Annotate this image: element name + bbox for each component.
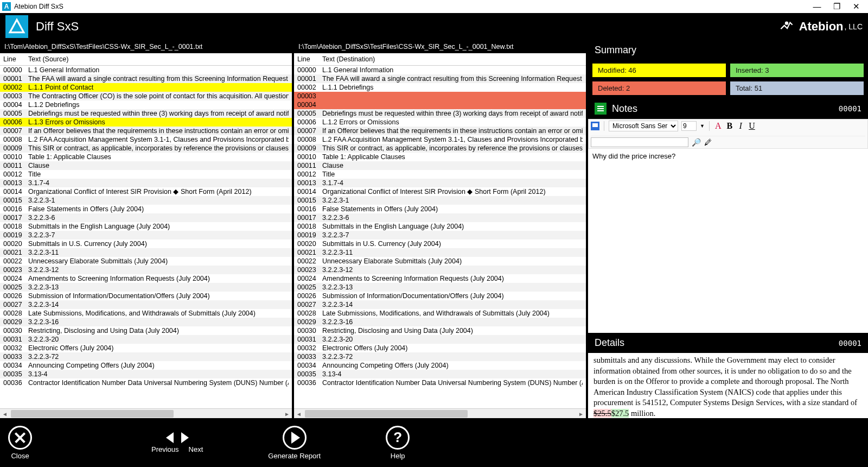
diff-row[interactable]: 00009This SIR or contract, as applicable… [0,144,292,153]
diff-row[interactable]: 000173.2.2.3-6 [0,213,292,222]
col-header-line[interactable]: Line [297,55,322,63]
diff-row[interactable]: 00026Submission of Information/Documenta… [294,292,586,300]
diff-row[interactable]: 00022Unnecessary Elaborate Submittals (J… [0,257,292,266]
italic-button[interactable]: I [737,121,744,131]
diff-row[interactable]: 000313.2.2.3-20 [0,335,292,344]
diff-row[interactable]: 00016False Statements in Offers (July 20… [0,205,292,213]
diff-row[interactable]: 00003 [294,92,586,100]
badge-deleted[interactable]: Deleted: 2 [592,81,726,95]
diff-row[interactable]: 000313.2.2.3-20 [294,335,586,344]
diff-row[interactable]: 00012Title [0,170,292,179]
diff-row[interactable]: 000293.2.2.3-16 [0,318,292,326]
diff-row[interactable]: 000273.2.2.3-14 [0,300,292,309]
diff-row[interactable]: 000133.1.7-4 [0,179,292,187]
diff-row[interactable]: 00010Table 1: Applicable Clauses [0,153,292,161]
diff-row[interactable]: 00028Late Submissions, Modifications, an… [294,309,586,318]
scroll-left-icon[interactable]: ◄ [0,409,10,419]
col-header-line[interactable]: Line [3,55,28,63]
help-button[interactable]: ? Help [386,426,410,460]
diff-row[interactable]: 00016False Statements in Offers (July 20… [294,205,586,213]
diff-row[interactable]: 00014Organizational Conflict of Interest… [294,187,586,196]
source-grid-body[interactable]: 00000L.1 General Information00001The FAA… [0,66,292,408]
scroll-thumb[interactable] [305,410,468,418]
diff-row[interactable]: 000333.2.2.3-72 [0,352,292,361]
diff-row[interactable]: 00032Electronic Offers (July 2004) [0,344,292,352]
diff-row[interactable]: 00008L.2 FAA Acquisition Management Syst… [294,135,586,144]
diff-row[interactable]: 00002L.1.1 Debriefings [294,83,586,92]
generate-report-button[interactable]: Generate Report [268,426,321,460]
diff-row[interactable]: 000353.13-4 [294,370,586,378]
diff-row[interactable]: 00030Restricting, Disclosing and Using D… [294,326,586,335]
diff-row[interactable]: 00005Debriefings must be requested withi… [294,109,586,118]
find-replace-icon[interactable]: 🖉 [704,138,712,147]
diff-row[interactable]: 000193.2.2.3-7 [0,231,292,239]
diff-row[interactable]: 00020Submittals in U.S. Currency (July 2… [0,239,292,248]
details-body[interactable]: submittals and any discussions. While th… [588,353,868,418]
font-color-button[interactable]: A [714,121,723,131]
diff-row[interactable]: 00026Submission of Information/Documenta… [0,292,292,300]
diff-row[interactable]: 000173.2.2.3-6 [294,213,586,222]
diff-row[interactable]: 000253.2.2.3-13 [294,283,586,292]
diff-row[interactable]: 00009This SIR or contract, as applicable… [294,144,586,153]
minimize-button[interactable]: — [807,0,827,13]
notes-search-input[interactable] [591,137,688,147]
diff-row[interactable]: 00008L.2 FAA Acquisition Management Syst… [0,135,292,144]
diff-row[interactable]: 00030Restricting, Disclosing and Using D… [0,326,292,335]
source-hscrollbar[interactable]: ◄ ► [0,408,292,418]
diff-row[interactable]: 000193.2.2.3-7 [294,231,586,239]
diff-row[interactable]: 00004 [294,100,586,109]
next-button[interactable] [179,432,189,443]
col-header-text[interactable]: Text (Destination) [322,55,583,63]
close-button[interactable]: Close [8,426,32,460]
diff-row[interactable]: 000293.2.2.3-16 [294,318,586,326]
diff-row[interactable]: 00005Debriefings must be requested withi… [0,109,292,118]
diff-row[interactable]: 00012Title [294,170,586,179]
diff-row[interactable]: 000153.2.2.3-1 [294,196,586,205]
diff-row[interactable]: 00007If an Offeror believes that the req… [0,127,292,135]
diff-row[interactable]: 000273.2.2.3-14 [294,300,586,309]
diff-row[interactable]: 00024Amendments to Screening Information… [0,274,292,283]
diff-row[interactable]: 00003The Contracting Officer (CO) is the… [0,92,292,100]
diff-row[interactable]: 00000L.1 General Information [0,66,292,74]
diff-row[interactable]: 00034Announcing Competing Offers (July 2… [0,361,292,370]
font-family-select[interactable]: Microsoft Sans Ser [609,121,678,131]
diff-row[interactable]: 00024Amendments to Screening Information… [294,274,586,283]
diff-row[interactable]: 00014Organizational Conflict of Interest… [0,187,292,196]
diff-row[interactable]: 000333.2.2.3-72 [294,352,586,361]
diff-row[interactable]: 000353.13-4 [0,370,292,378]
diff-row[interactable]: 00011Clause [0,161,292,170]
underline-button[interactable]: U [748,121,756,131]
diff-row[interactable]: 00032Electronic Offers (July 2004) [294,344,586,352]
diff-row[interactable]: 000213.2.2.3-11 [0,248,292,257]
notes-textarea[interactable]: Why did the price increse? [588,149,868,333]
scroll-right-icon[interactable]: ► [282,409,292,419]
maximize-button[interactable]: ❐ [827,0,846,13]
diff-row[interactable]: 000213.2.2.3-11 [294,248,586,257]
destination-hscrollbar[interactable]: ◄ ► [294,408,586,418]
col-header-text[interactable]: Text (Source) [28,55,289,63]
scroll-left-icon[interactable]: ◄ [294,409,304,419]
diff-row[interactable]: 00010Table 1: Applicable Clauses [294,153,586,161]
diff-row[interactable]: 00036Contractor Identification Number Da… [0,378,292,387]
font-size-input[interactable] [681,121,697,131]
destination-grid-body[interactable]: 00000L.1 General Information00001The FAA… [294,66,586,408]
diff-row[interactable]: 00007If an Offeror believes that the req… [294,127,586,135]
diff-row[interactable]: 00022Unnecessary Elaborate Submittals (J… [294,257,586,266]
diff-row[interactable]: 00036Contractor Identification Number Da… [294,378,586,387]
diff-row[interactable]: 000253.2.2.3-13 [0,283,292,292]
diff-row[interactable]: 00018Submittals in the English Language … [0,222,292,231]
badge-total[interactable]: Total: 51 [730,81,864,95]
diff-row[interactable]: 000153.2.2.3-1 [0,196,292,205]
find-icon[interactable]: 🔎 [692,138,701,147]
diff-row[interactable]: 00034Announcing Competing Offers (July 2… [294,361,586,370]
diff-row[interactable]: 00004L.1.2 Debriefings [0,100,292,109]
diff-row[interactable]: 00011Clause [294,161,586,170]
diff-row[interactable]: 000233.2.2.3-12 [0,266,292,274]
diff-row[interactable]: 00001The FAA will award a single contrac… [0,74,292,83]
badge-modified[interactable]: Modified: 46 [592,64,726,77]
diff-row[interactable]: 00002L.1.1 Point of Contact [0,83,292,92]
diff-row[interactable]: 000133.1.7-4 [294,179,586,187]
close-window-button[interactable]: ✕ [846,0,866,13]
diff-row[interactable]: 00001The FAA will award a single contrac… [294,74,586,83]
diff-row[interactable]: 00020Submittals in U.S. Currency (July 2… [294,239,586,248]
